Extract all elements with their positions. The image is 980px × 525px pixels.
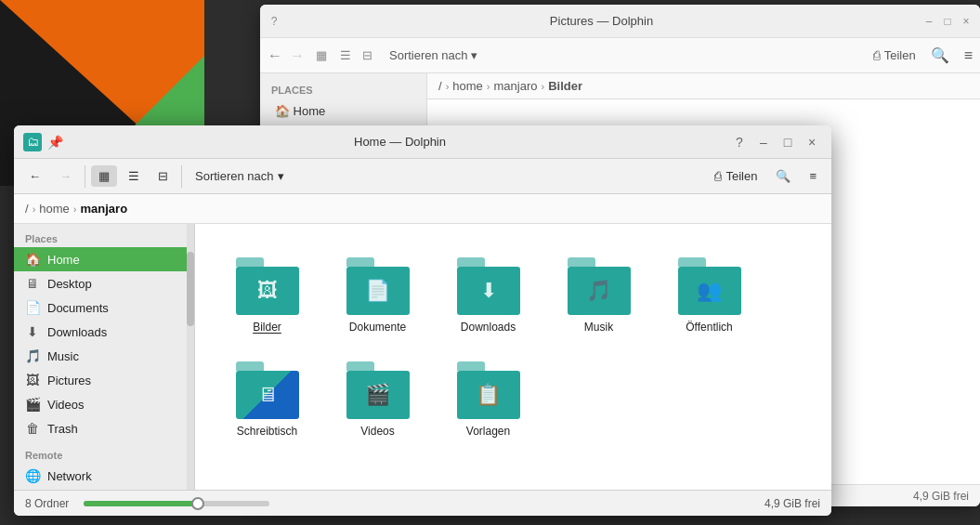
view-grid-button[interactable]: ▦	[91, 165, 117, 187]
folder-musik[interactable]: 🎵 Musik	[545, 243, 652, 343]
downloads-folder-icon: ⬇	[457, 252, 520, 315]
share-icon: ⎙	[714, 169, 722, 183]
view-list-button[interactable]: ☰	[121, 165, 147, 187]
remote-label: Remote	[14, 440, 194, 464]
dokumente-folder-icon: 📄	[346, 252, 410, 315]
bg-back-btn[interactable]: ←	[268, 47, 282, 64]
offentlich-icon-inner: 👥	[697, 279, 722, 303]
bg-share-btn[interactable]: ⎙ Teilen	[873, 48, 915, 62]
share-button[interactable]: ⎙ Teilen	[707, 165, 764, 187]
bg-view-split[interactable]: ⊟	[362, 48, 372, 62]
bg-minimize-btn[interactable]: –	[922, 15, 935, 28]
crumb-root: /	[25, 202, 29, 216]
downloads-label: Downloads	[461, 321, 516, 334]
sidebar-videos-label: Videos	[47, 398, 85, 412]
trash-icon: 🗑	[25, 421, 40, 436]
folder-schreibtisch[interactable]: 🖥 Schreibtisch	[214, 347, 320, 447]
documents-icon: 📄	[25, 300, 40, 315]
sidebar-item-network[interactable]: 🌐 Network	[14, 464, 194, 488]
main-close-btn[interactable]: ×	[802, 132, 822, 152]
sidebar-item-trash[interactable]: 🗑 Trash	[14, 416, 194, 440]
main-minimize-btn[interactable]: –	[753, 132, 774, 152]
videos-label: Videos	[360, 425, 394, 438]
bg-win-right-controls: – □ ×	[922, 15, 973, 28]
bg-sidebar-home[interactable]: 🏠 Home	[260, 99, 426, 123]
sidebar-scrollbar-thumb[interactable]	[187, 252, 194, 326]
forward-button[interactable]: →	[52, 165, 79, 187]
schreibtisch-label: Schreibtisch	[237, 425, 297, 438]
bg-places-label: Places	[260, 81, 426, 99]
sidebar-item-documents[interactable]: 📄 Documents	[14, 295, 194, 320]
folder-downloads[interactable]: ⬇ Downloads	[435, 243, 542, 343]
musik-icon-inner: 🎵	[586, 279, 611, 303]
bg-crumb-manjaro[interactable]: manjaro	[494, 79, 538, 93]
bg-menu-btn[interactable]: ≡	[964, 47, 973, 64]
status-free-space: 4,9 GiB frei	[764, 497, 820, 510]
bg-window-title: Pictures — Dolphin	[281, 14, 922, 28]
sidebar-item-videos[interactable]: 🎬 Videos	[14, 392, 194, 416]
zoom-slider-thumb[interactable]	[191, 497, 204, 510]
sidebar-item-music[interactable]: 🎵 Music	[14, 344, 194, 368]
forward-icon: →	[59, 169, 72, 183]
musik-label: Musik	[584, 321, 613, 334]
main-help-btn[interactable]: ?	[729, 132, 750, 152]
grid-icon: ▦	[98, 169, 110, 183]
sidebar-home-label: Home	[47, 253, 80, 267]
view-split-button[interactable]: ⊟	[150, 165, 176, 187]
bg-window-controls: ?	[268, 15, 281, 28]
zoom-slider-fill	[84, 501, 195, 506]
network-icon: 🌐	[25, 468, 40, 483]
bg-search-btn[interactable]: 🔍	[931, 46, 949, 64]
main-maximize-btn[interactable]: □	[777, 132, 798, 152]
sort-button[interactable]: Sortieren nach ▾	[188, 165, 292, 187]
bg-maximize-btn[interactable]: □	[941, 15, 954, 28]
zoom-slider[interactable]	[84, 501, 269, 506]
sidebar-downloads-label: Downloads	[47, 325, 107, 339]
sidebar-item-downloads[interactable]: ⬇ Downloads	[14, 320, 194, 344]
schreibtisch-icon-inner: 🖥	[257, 383, 278, 407]
sidebar-documents-label: Documents	[47, 301, 109, 315]
sidebar-desktop-label: Desktop	[47, 277, 92, 291]
bg-fwd-btn[interactable]: →	[290, 47, 305, 64]
main-titlebar: 🗂 📌 Home — Dolphin ? – □ ×	[14, 125, 831, 159]
folder-bilder[interactable]: 🖼 Bilder	[214, 243, 320, 343]
sidebar-item-desktop[interactable]: 🖥 Desktop	[14, 271, 194, 295]
folder-videos[interactable]: 🎬 Videos	[324, 347, 431, 447]
sidebar-item-home[interactable]: 🏠 Home	[14, 247, 194, 271]
vorlagen-icon-inner: 📋	[476, 383, 501, 407]
menu-button[interactable]: ≡	[802, 165, 824, 187]
folder-dokumente[interactable]: 📄 Dokumente	[324, 243, 431, 343]
bg-sort-btn[interactable]: Sortieren nach ▾	[389, 48, 477, 62]
videos-icon-inner: 🎬	[365, 383, 390, 407]
pin-icon[interactable]: 📌	[47, 135, 63, 150]
musik-folder-icon: 🎵	[568, 252, 631, 315]
sidebar-item-pictures[interactable]: 🖼 Pictures	[14, 368, 194, 392]
bg-view-icons[interactable]: ▦	[316, 48, 327, 62]
sort-label: Sortieren nach	[195, 169, 274, 183]
bg-view-list[interactable]: ☰	[340, 48, 351, 62]
downloads-icon: ⬇	[25, 324, 40, 339]
offentlich-folder-icon: 👥	[678, 252, 741, 315]
folder-grid: 🖼 Bilder 📄 Dokumente	[195, 224, 831, 466]
menu-icon: ≡	[809, 169, 817, 183]
back-button[interactable]: ←	[21, 165, 48, 187]
sidebar-scrollbar[interactable]	[187, 224, 194, 490]
main-sidebar: Places 🏠 Home 🖥 Desktop 📄 Documents ⬇ Do…	[14, 224, 195, 490]
crumb-home[interactable]: home	[39, 202, 70, 216]
search-button[interactable]: 🔍	[768, 165, 798, 187]
folder-vorlagen[interactable]: 📋 Vorlagen	[435, 347, 542, 447]
music-icon: 🎵	[25, 348, 40, 363]
vorlagen-label: Vorlagen	[466, 425, 510, 438]
bg-close-btn[interactable]: ×	[960, 15, 973, 28]
folder-offentlich[interactable]: 👥 Öffentlich	[656, 243, 763, 343]
crumb-current: manjaro	[81, 202, 128, 216]
bg-crumb-home[interactable]: home	[452, 79, 483, 93]
list-icon: ☰	[128, 169, 139, 183]
main-breadcrumb: / › home › manjaro	[14, 194, 831, 224]
bg-breadcrumb: / › home › manjaro › Bilder	[427, 73, 980, 99]
bg-help-btn[interactable]: ?	[268, 15, 281, 28]
vorlagen-folder-icon: 📋	[457, 356, 520, 419]
videos-icon: 🎬	[25, 397, 40, 412]
recent-label: Recent	[14, 488, 194, 490]
videos-folder-icon: 🎬	[346, 356, 410, 419]
